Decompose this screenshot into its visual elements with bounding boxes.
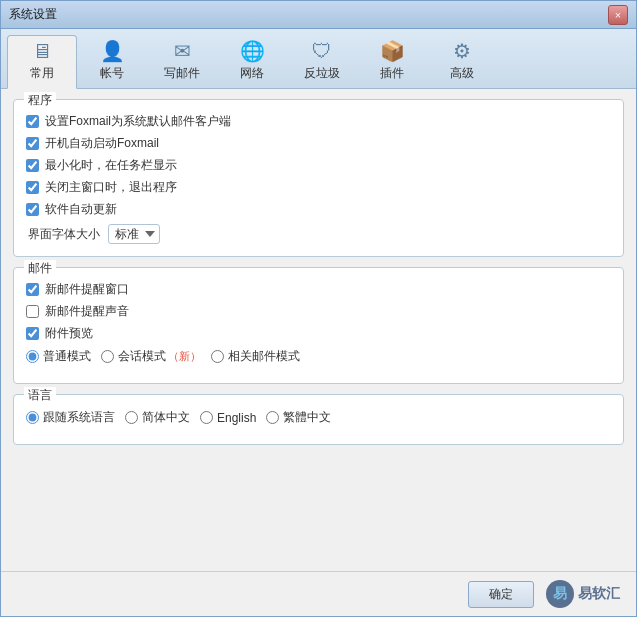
mail-section-title: 邮件 (24, 260, 56, 277)
checkbox-new-mail-sound[interactable] (26, 305, 39, 318)
tab-common-label: 常用 (30, 65, 54, 82)
common-icon: 🖥 (32, 40, 52, 63)
label-minimize-tray: 最小化时，在任务栏显示 (45, 157, 177, 174)
label-new-mail-sound: 新邮件提醒声音 (45, 303, 129, 320)
compose-icon: ✉ (174, 39, 191, 63)
checkbox-auto-start[interactable] (26, 137, 39, 150)
antispam-icon: 🛡 (312, 40, 332, 63)
close-button[interactable]: × (608, 5, 628, 25)
font-size-row: 界面字体大小 标准 大 特大 (28, 224, 611, 244)
advanced-icon: ⚙ (453, 39, 471, 63)
radio-group-simplified-chinese: 简体中文 (125, 409, 190, 426)
content-area: 程序 设置Foxmail为系统默认邮件客户端 开机自动启动Foxmail 最小化… (1, 89, 636, 571)
network-icon: 🌐 (240, 39, 265, 63)
main-window: 系统设置 × 🖥 常用 👤 帐号 ✉ 写邮件 🌐 网络 🛡 反垃圾 📦 插件 (0, 0, 637, 617)
radio-english[interactable] (200, 411, 213, 424)
language-section: 语言 跟随系统语言 简体中文 English (13, 394, 624, 445)
watermark-text: 易软汇 (578, 585, 620, 603)
program-section-title: 程序 (24, 92, 56, 109)
label-close-exit: 关闭主窗口时，退出程序 (45, 179, 177, 196)
radio-group-follow-system: 跟随系统语言 (26, 409, 115, 426)
language-section-content: 跟随系统语言 简体中文 English 繁體中文 (26, 409, 611, 426)
label-default-client: 设置Foxmail为系统默认邮件客户端 (45, 113, 231, 130)
watermark: 易 易软汇 (546, 580, 620, 608)
checkbox-close-exit[interactable] (26, 181, 39, 194)
language-radio-row: 跟随系统语言 简体中文 English 繁體中文 (26, 409, 611, 426)
radio-related-mode[interactable] (211, 350, 224, 363)
label-traditional-chinese: 繁體中文 (283, 409, 331, 426)
radio-normal-mode[interactable] (26, 350, 39, 363)
label-related-mode: 相关邮件模式 (228, 348, 300, 365)
tab-common[interactable]: 🖥 常用 (7, 35, 77, 89)
program-section: 程序 设置Foxmail为系统默认邮件客户端 开机自动启动Foxmail 最小化… (13, 99, 624, 257)
font-size-label: 界面字体大小 (28, 226, 100, 243)
checkbox-minimize-tray[interactable] (26, 159, 39, 172)
tab-antispam-label: 反垃圾 (304, 65, 340, 82)
tab-network[interactable]: 🌐 网络 (217, 35, 287, 88)
tab-bar: 🖥 常用 👤 帐号 ✉ 写邮件 🌐 网络 🛡 反垃圾 📦 插件 ⚙ 高级 (1, 29, 636, 89)
radio-group-conversation: 会话模式 （新） (101, 348, 201, 365)
window-title: 系统设置 (9, 6, 57, 23)
label-conversation-mode: 会话模式 (118, 348, 166, 365)
tab-advanced[interactable]: ⚙ 高级 (427, 35, 497, 88)
radio-simplified-chinese[interactable] (125, 411, 138, 424)
watermark-icon: 易 (546, 580, 574, 608)
tab-account[interactable]: 👤 帐号 (77, 35, 147, 88)
checkbox-attachment-preview[interactable] (26, 327, 39, 340)
label-new-mail-window: 新邮件提醒窗口 (45, 281, 129, 298)
font-size-select[interactable]: 标准 大 特大 (108, 224, 160, 244)
checkbox-row-close-exit: 关闭主窗口时，退出程序 (26, 179, 611, 196)
tab-plugins[interactable]: 📦 插件 (357, 35, 427, 88)
checkbox-auto-update[interactable] (26, 203, 39, 216)
radio-follow-system[interactable] (26, 411, 39, 424)
title-bar: 系统设置 × (1, 1, 636, 29)
radio-group-english: English (200, 411, 256, 425)
checkbox-row-attachment-preview: 附件预览 (26, 325, 611, 342)
label-simplified-chinese: 简体中文 (142, 409, 190, 426)
label-follow-system: 跟随系统语言 (43, 409, 115, 426)
checkbox-row-minimize-tray: 最小化时，在任务栏显示 (26, 157, 611, 174)
tab-compose[interactable]: ✉ 写邮件 (147, 35, 217, 88)
checkbox-row-auto-start: 开机自动启动Foxmail (26, 135, 611, 152)
ok-button[interactable]: 确定 (468, 581, 534, 608)
tab-account-label: 帐号 (100, 65, 124, 82)
label-english: English (217, 411, 256, 425)
tab-plugins-label: 插件 (380, 65, 404, 82)
checkbox-row-auto-update: 软件自动更新 (26, 201, 611, 218)
radio-group-related: 相关邮件模式 (211, 348, 300, 365)
conversation-new-badge: （新） (168, 349, 201, 364)
mail-section: 邮件 新邮件提醒窗口 新邮件提醒声音 附件预览 普通模式 (13, 267, 624, 384)
program-section-content: 设置Foxmail为系统默认邮件客户端 开机自动启动Foxmail 最小化时，在… (26, 113, 611, 244)
label-auto-start: 开机自动启动Foxmail (45, 135, 159, 152)
tab-advanced-label: 高级 (450, 65, 474, 82)
radio-conversation-mode[interactable] (101, 350, 114, 363)
checkbox-default-client[interactable] (26, 115, 39, 128)
radio-traditional-chinese[interactable] (266, 411, 279, 424)
plugins-icon: 📦 (380, 39, 405, 63)
label-attachment-preview: 附件预览 (45, 325, 93, 342)
label-auto-update: 软件自动更新 (45, 201, 117, 218)
radio-group-traditional-chinese: 繁體中文 (266, 409, 331, 426)
footer: 确定 易 易软汇 (1, 571, 636, 616)
checkbox-new-mail-window[interactable] (26, 283, 39, 296)
view-mode-row: 普通模式 会话模式 （新） 相关邮件模式 (26, 348, 611, 365)
account-icon: 👤 (100, 39, 125, 63)
checkbox-row-new-mail-window: 新邮件提醒窗口 (26, 281, 611, 298)
tab-antispam[interactable]: 🛡 反垃圾 (287, 35, 357, 88)
checkbox-row-default-client: 设置Foxmail为系统默认邮件客户端 (26, 113, 611, 130)
label-normal-mode: 普通模式 (43, 348, 91, 365)
checkbox-row-new-mail-sound: 新邮件提醒声音 (26, 303, 611, 320)
radio-group-normal: 普通模式 (26, 348, 91, 365)
tab-network-label: 网络 (240, 65, 264, 82)
language-section-title: 语言 (24, 387, 56, 404)
tab-compose-label: 写邮件 (164, 65, 200, 82)
mail-section-content: 新邮件提醒窗口 新邮件提醒声音 附件预览 普通模式 (26, 281, 611, 365)
